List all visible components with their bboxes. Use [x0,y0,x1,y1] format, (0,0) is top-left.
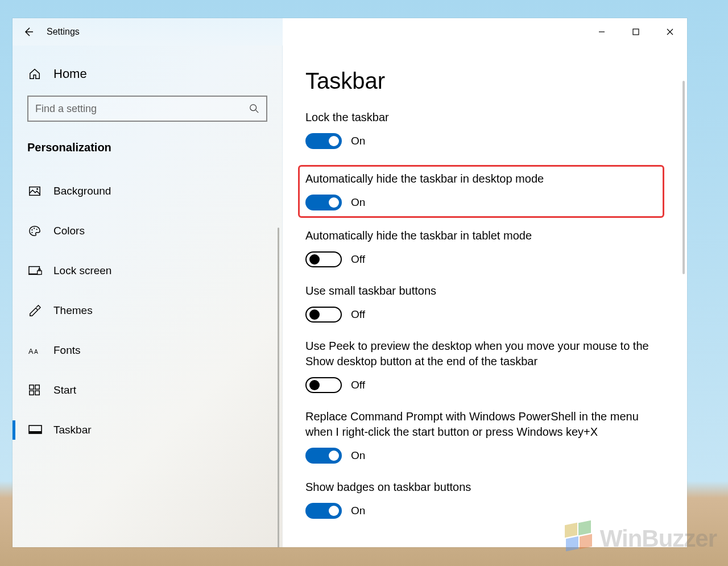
svg-point-3 [36,188,38,190]
setting-group: Use Peek to preview the desktop when you… [305,338,664,393]
svg-rect-0 [633,29,639,35]
search-input[interactable] [35,103,249,115]
svg-rect-15 [35,391,39,395]
toggle-knob [309,380,320,390]
minimize-button[interactable] [585,18,619,46]
picture-icon [28,185,53,197]
settings-list: Lock the taskbarOnAutomatically hide the… [305,110,664,519]
svg-text:A: A [28,347,34,356]
setting-group: Automatically hide the taskbar in deskto… [298,165,664,218]
titlebar-left: Settings [13,18,283,46]
home-label: Home [53,67,87,81]
maximize-button[interactable] [619,18,653,46]
sidebar-scrollbar[interactable] [278,228,279,547]
toggle-state-label: On [351,505,365,517]
sidebar-item-lockscreen[interactable]: Lock screen [13,251,282,291]
toggle-knob [329,506,339,516]
svg-point-7 [31,232,32,233]
toggle-row: Off [305,307,664,323]
content-scrollbar[interactable] [682,81,685,274]
setting-group: Lock the taskbarOn [305,110,664,149]
sidebar-item-background[interactable]: Background [13,171,282,211]
search-icon [249,104,259,114]
svg-rect-17 [29,431,42,433]
toggle-state-label: On [351,449,365,462]
content: Taskbar Lock the taskbarOnAutomatically … [283,46,687,547]
sidebar-item-start[interactable]: Start [13,370,282,410]
toggle-row: On [305,133,664,149]
search-box[interactable] [27,96,267,122]
toggle-switch[interactable] [305,377,342,393]
settings-window: Settings Home [13,18,687,547]
back-button[interactable] [13,26,44,38]
svg-text:A: A [34,349,38,355]
watermark-logo-icon [562,522,597,556]
svg-rect-12 [30,385,34,389]
toggle-state-label: Off [351,379,365,391]
sidebar-item-label: Start [53,384,76,396]
themes-icon [28,304,53,317]
toggle-state-label: Off [351,308,365,321]
sidebar-item-taskbar[interactable]: Taskbar [13,410,282,450]
toggle-row: On [305,195,657,210]
sidebar-item-label: Background [53,185,111,197]
sidebar-item-colors[interactable]: Colors [13,211,282,251]
search-wrap [13,91,282,131]
page-title: Taskbar [305,68,664,94]
toggle-knob [329,197,339,208]
start-icon [28,384,53,396]
nav-list: Background Colors Lock screen [13,171,282,450]
setting-label: Use small taskbar buttons [305,283,664,299]
minimize-icon [598,28,605,35]
toggle-knob [329,136,339,146]
setting-group: Use small taskbar buttonsOff [305,283,664,323]
sidebar-item-label: Taskbar [53,424,92,436]
toggle-switch[interactable] [305,448,342,464]
setting-label: Lock the taskbar [305,110,664,125]
toggle-state-label: Off [351,253,365,266]
setting-label: Automatically hide the taskbar in deskto… [305,171,657,187]
sidebar-item-themes[interactable]: Themes [13,291,282,330]
toggle-switch[interactable] [305,251,342,267]
watermark-text: WinBuzzer [600,525,717,552]
svg-rect-13 [35,385,39,389]
window-title: Settings [47,27,80,37]
taskbar-icon [28,424,53,436]
toggle-knob [309,254,320,265]
titlebar: Settings [13,18,687,46]
toggle-switch[interactable] [305,503,342,519]
svg-rect-9 [38,271,42,274]
svg-point-4 [31,229,32,230]
close-icon [667,28,673,35]
sidebar-item-fonts[interactable]: AA Fonts [13,330,282,370]
body: Home Personalization Background [13,46,687,547]
toggle-state-label: On [351,196,365,209]
toggle-switch[interactable] [305,133,342,149]
lock-screen-icon [28,265,53,277]
toggle-knob [329,451,339,461]
toggle-state-label: On [351,135,365,147]
watermark: WinBuzzer [562,522,717,556]
sidebar-item-label: Themes [53,304,93,317]
sidebar-item-home[interactable]: Home [13,57,282,91]
toggle-switch[interactable] [305,195,342,210]
toggle-row: On [305,448,664,464]
setting-group: Replace Command Prompt with Windows Powe… [305,409,664,464]
svg-point-5 [34,228,35,229]
setting-label: Use Peek to preview the desktop when you… [305,338,664,369]
close-button[interactable] [653,18,687,46]
sidebar-item-label: Lock screen [53,265,111,277]
setting-label: Automatically hide the taskbar in tablet… [305,228,664,243]
toggle-row: Off [305,251,664,267]
fonts-icon: AA [28,344,53,357]
toggle-switch[interactable] [305,307,342,323]
arrow-left-icon [23,26,34,38]
svg-point-6 [36,229,38,230]
sidebar: Home Personalization Background [13,46,283,547]
palette-icon [28,225,53,237]
sidebar-item-label: Colors [53,225,85,237]
sidebar-item-label: Fonts [53,344,81,357]
toggle-row: Off [305,377,664,393]
category-label: Personalization [13,131,282,161]
setting-label: Replace Command Prompt with Windows Powe… [305,409,664,440]
